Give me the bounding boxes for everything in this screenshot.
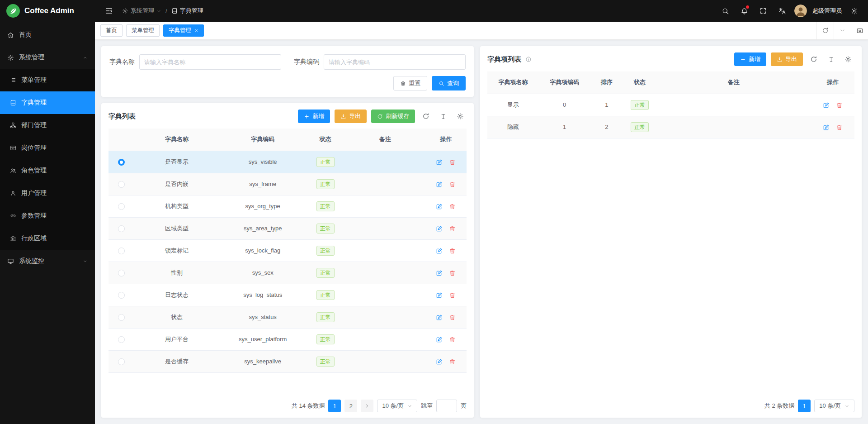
add-dict-button[interactable]: 新增 — [298, 110, 330, 123]
row-radio[interactable] — [118, 159, 125, 166]
edit-icon[interactable] — [436, 292, 443, 299]
sidebar-item-dept-management[interactable]: 部门管理 — [0, 114, 95, 137]
breadcrumb-separator: / — [165, 8, 167, 14]
delete-icon[interactable] — [449, 159, 456, 166]
add-dict-item-button[interactable]: 新增 — [734, 52, 766, 66]
delete-icon[interactable] — [449, 336, 456, 343]
sidebar-item-region-management[interactable]: 行政区域 — [0, 227, 95, 250]
row-radio[interactable] — [118, 270, 125, 276]
text-height-icon[interactable] — [825, 53, 837, 66]
edit-icon[interactable] — [436, 336, 443, 343]
sidebar-item-menu-management[interactable]: 菜单管理 — [0, 69, 95, 91]
dict-row[interactable]: 日志状态sys_log_status正常 — [108, 284, 467, 306]
delete-icon[interactable] — [449, 181, 456, 188]
edit-icon[interactable] — [823, 102, 830, 109]
dict-row[interactable]: 区域类型sys_area_type正常 — [108, 217, 467, 239]
edit-icon[interactable] — [436, 270, 443, 276]
dict-code-input[interactable] — [324, 54, 466, 70]
row-radio[interactable] — [118, 203, 125, 210]
app-logo[interactable]: Coffee Admin — [0, 0, 95, 22]
chevron-down-icon[interactable] — [834, 22, 851, 39]
edit-icon[interactable] — [436, 314, 443, 321]
gear-icon[interactable] — [842, 53, 854, 66]
refresh-icon[interactable] — [420, 110, 432, 123]
row-radio[interactable] — [118, 358, 125, 365]
search-icon[interactable] — [718, 4, 732, 18]
edit-icon[interactable] — [436, 159, 443, 166]
page-size-select[interactable]: 10 条/页 — [814, 400, 854, 412]
jump-input[interactable] — [436, 400, 457, 412]
delete-icon[interactable] — [449, 248, 456, 254]
edit-icon[interactable] — [436, 181, 443, 188]
sidebar-item-system-monitor[interactable]: 系统监控 — [0, 250, 95, 272]
delete-icon[interactable] — [449, 203, 456, 210]
sidebar-item-dict-management[interactable]: 字典管理 — [0, 91, 95, 114]
tab-menu[interactable]: 菜单管理 — [126, 24, 160, 37]
row-radio[interactable] — [118, 336, 125, 343]
tab-home[interactable]: 首页 — [100, 24, 123, 37]
breadcrumb-item-system[interactable]: 系统管理 — [122, 7, 161, 15]
delete-icon[interactable] — [449, 358, 456, 365]
dict-row[interactable]: 用户平台sys_user_platform正常 — [108, 328, 467, 350]
text-height-icon[interactable] — [437, 110, 449, 123]
translate-icon[interactable] — [775, 4, 789, 18]
fullscreen-icon[interactable] — [756, 4, 770, 18]
gear-icon[interactable] — [454, 110, 467, 123]
refresh-cache-button[interactable]: 刷新缓存 — [371, 110, 415, 123]
dict-row[interactable]: 是否内嵌sys_frame正常 — [108, 173, 467, 195]
dict-row[interactable]: 机构类型sys_org_type正常 — [108, 195, 467, 217]
row-radio[interactable] — [118, 292, 125, 299]
dict-item-row[interactable]: 隐藏12正常 — [487, 116, 854, 138]
table-header-row: 字典项名称 字典项编码 排序 状态 备注 操作 — [487, 71, 854, 94]
row-radio[interactable] — [118, 314, 125, 321]
sidebar-item-system-management[interactable]: 系统管理 — [0, 46, 95, 69]
edit-icon[interactable] — [436, 358, 443, 365]
dict-row[interactable]: 是否显示sys_visible正常 — [108, 151, 467, 173]
delete-icon[interactable] — [836, 102, 843, 109]
refresh-icon[interactable] — [816, 22, 834, 39]
delete-icon[interactable] — [449, 270, 456, 276]
menu-fold-icon[interactable] — [102, 4, 116, 18]
dict-row[interactable]: 性别sys_sex正常 — [108, 262, 467, 284]
edit-icon[interactable] — [436, 248, 443, 254]
screen-icon[interactable] — [851, 22, 868, 39]
edit-icon[interactable] — [436, 203, 443, 210]
export-dict-button[interactable]: 导出 — [335, 110, 367, 123]
row-radio[interactable] — [118, 181, 125, 188]
page-button-2[interactable]: 2 — [344, 400, 357, 412]
gear-icon[interactable] — [847, 4, 861, 18]
export-dict-items-button[interactable]: 导出 — [771, 52, 803, 66]
username[interactable]: 超级管理员 — [812, 7, 842, 15]
dict-item-row[interactable]: 显示01正常 — [487, 94, 854, 116]
delete-icon[interactable] — [449, 292, 456, 299]
delete-icon[interactable] — [449, 314, 456, 321]
sidebar-item-param-management[interactable]: 参数管理 — [0, 205, 95, 227]
dict-name-input[interactable] — [139, 54, 281, 70]
edit-icon[interactable] — [436, 225, 443, 232]
delete-icon[interactable] — [449, 225, 456, 232]
next-page-button[interactable] — [361, 400, 373, 412]
dict-row[interactable]: 锁定标记sys_lock_flag正常 — [108, 239, 467, 262]
sidebar-item-role-management[interactable]: 角色管理 — [0, 159, 95, 182]
bell-icon[interactable] — [737, 4, 751, 18]
tab-dict[interactable]: 字典管理 — [163, 24, 204, 37]
close-icon[interactable] — [194, 29, 198, 33]
query-button[interactable]: 查询 — [432, 76, 466, 91]
page-button-1[interactable]: 1 — [798, 400, 811, 412]
sidebar-item-post-management[interactable]: 岗位管理 — [0, 137, 95, 159]
sidebar-item-home[interactable]: 首页 — [0, 24, 95, 46]
reset-button[interactable]: 重置 — [393, 76, 427, 91]
chevron-down-icon — [407, 404, 412, 409]
dict-row[interactable]: 是否缓存sys_keepalive正常 — [108, 350, 467, 372]
page-button-1[interactable]: 1 — [328, 400, 341, 412]
row-radio[interactable] — [118, 248, 125, 254]
sidebar-item-user-management[interactable]: 用户管理 — [0, 182, 95, 205]
page-size-select[interactable]: 10 条/页 — [377, 400, 417, 412]
dict-row[interactable]: 状态sys_status正常 — [108, 306, 467, 328]
avatar[interactable] — [794, 5, 807, 17]
edit-icon[interactable] — [823, 124, 830, 131]
refresh-icon[interactable] — [807, 53, 820, 66]
row-radio[interactable] — [118, 225, 125, 232]
info-icon[interactable] — [524, 55, 533, 64]
delete-icon[interactable] — [836, 124, 843, 131]
